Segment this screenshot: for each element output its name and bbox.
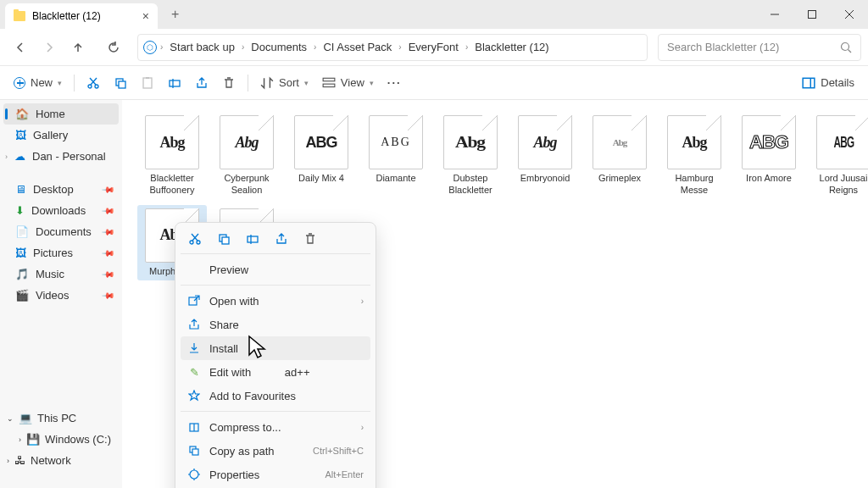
sidebar-item-downloads[interactable]: ⬇Downloads📌: [0, 200, 122, 221]
window-tab[interactable]: Blackletter (12) ×: [5, 3, 158, 29]
svg-rect-18: [803, 78, 815, 87]
details-pane-button[interactable]: Details: [795, 70, 861, 96]
context-open-with[interactable]: Open with›: [181, 289, 370, 313]
share-icon[interactable]: [274, 231, 289, 247]
sidebar-item-pictures[interactable]: 🖼Pictures📌: [0, 242, 122, 263]
blank-icon: [187, 263, 201, 276]
share-button[interactable]: [188, 70, 215, 96]
sidebar-item-network[interactable]: ›🖧Network: [0, 450, 122, 471]
delete-icon[interactable]: [303, 231, 318, 247]
picture-icon: 🖼: [15, 247, 26, 259]
sidebar-item-videos[interactable]: 🎬Videos📌: [0, 285, 122, 306]
chevron-down-icon: ▾: [58, 79, 62, 87]
svg-line-23: [192, 234, 198, 241]
file-item[interactable]: ABGLord Juusai Reigns: [809, 112, 868, 200]
delete-button[interactable]: [215, 70, 242, 96]
breadcrumb-item[interactable]: CI Asset Pack: [320, 39, 395, 55]
sort-button[interactable]: Sort▾: [253, 70, 315, 96]
pin-icon: 📌: [102, 203, 115, 217]
sidebar-item-music[interactable]: 🎵Music📌: [0, 263, 122, 285]
chevron-right-icon: ›: [160, 42, 163, 52]
view-button[interactable]: View▾: [315, 70, 381, 96]
plus-icon: [14, 77, 25, 89]
sidebar-item-desktop[interactable]: 🖥Desktop📌: [0, 179, 122, 200]
svg-point-20: [190, 241, 193, 244]
file-item[interactable]: AbgDubstep Blackletter: [436, 112, 505, 200]
forward-button[interactable]: [36, 34, 63, 61]
svg-point-4: [842, 42, 849, 50]
file-label: Diamante: [376, 173, 415, 185]
shortcut-label: Alt+Enter: [325, 469, 364, 480]
sidebar: 🏠Home 🖼Gallery ›☁Dan - Personal 🖥Desktop…: [0, 100, 122, 488]
paste-button[interactable]: [134, 70, 161, 96]
compress-icon: [187, 420, 201, 434]
breadcrumb-item[interactable]: Documents: [248, 39, 310, 55]
file-icon: Abg: [593, 115, 647, 169]
copy-button[interactable]: [107, 70, 134, 96]
context-copy-path[interactable]: Copy as pathCtrl+Shift+C: [181, 439, 370, 463]
file-item[interactable]: ABGIron Amore: [734, 112, 804, 200]
pin-icon: 📌: [102, 288, 115, 302]
file-item[interactable]: ABGDiamante: [361, 112, 431, 200]
home-icon: 🏠: [15, 108, 29, 120]
context-compress[interactable]: Compress to...›: [181, 415, 370, 439]
file-item[interactable]: AbgCyberpunk Sealion: [212, 112, 281, 200]
new-tab-button[interactable]: +: [164, 3, 186, 25]
svg-line-22: [192, 234, 198, 241]
install-icon: [187, 341, 201, 355]
breadcrumb[interactable]: ⬡ › Start back up › Documents › CI Asset…: [137, 34, 648, 61]
file-icon: Abg: [518, 115, 572, 169]
sidebar-item-gallery[interactable]: 🖼Gallery: [0, 125, 122, 146]
svg-rect-13: [146, 77, 149, 79]
chevron-right-icon: ›: [242, 42, 244, 52]
file-item[interactable]: AbgGrimeplex: [585, 112, 654, 200]
context-properties[interactable]: PropertiesAlt+Enter: [181, 463, 370, 486]
chevron-down-icon: ⌄: [7, 414, 14, 423]
file-label: Dubstep Blackletter: [439, 173, 502, 197]
chevron-right-icon: ›: [361, 423, 364, 432]
chevron-right-icon: ›: [19, 435, 21, 444]
svg-rect-12: [143, 78, 152, 88]
close-button[interactable]: [831, 0, 868, 29]
context-share[interactable]: Share: [181, 313, 370, 336]
notepadpp-icon: ✎: [187, 365, 201, 379]
chevron-right-icon: ›: [314, 42, 316, 52]
more-button[interactable]: ···: [381, 70, 409, 96]
folder-icon: [14, 11, 25, 21]
file-item[interactable]: AbgEmbryonoid: [510, 112, 580, 200]
svg-point-21: [197, 241, 200, 244]
refresh-button[interactable]: [100, 34, 127, 61]
file-item[interactable]: AbgHamburg Messe: [659, 112, 729, 200]
star-icon: [187, 389, 201, 402]
sidebar-item-this-pc[interactable]: ⌄💻This PC: [0, 408, 122, 429]
cut-icon[interactable]: [187, 231, 203, 247]
breadcrumb-item[interactable]: Blackletter (12): [471, 39, 552, 55]
cut-button[interactable]: [80, 70, 107, 96]
copy-icon[interactable]: [216, 231, 231, 247]
svg-point-33: [190, 470, 198, 479]
sidebar-item-drive[interactable]: ›💾Windows (C:): [0, 429, 122, 450]
file-label: Grimeplex: [598, 173, 641, 185]
context-favourites[interactable]: Add to Favourites: [181, 384, 370, 408]
tab-close-icon[interactable]: ×: [142, 9, 149, 23]
context-install[interactable]: Install: [181, 336, 370, 360]
breadcrumb-item[interactable]: EveryFont: [405, 39, 462, 55]
sidebar-item-onedrive[interactable]: ›☁Dan - Personal: [0, 146, 122, 167]
sidebar-item-documents[interactable]: 📄Documents📌: [0, 221, 122, 242]
rename-icon[interactable]: [245, 231, 260, 247]
search-input[interactable]: Search Blackletter (12): [658, 34, 861, 61]
breadcrumb-home-icon[interactable]: ⬡: [143, 41, 157, 54]
new-button[interactable]: New ▾: [7, 70, 69, 96]
context-edit-npp[interactable]: ✎Edit with ad++: [181, 360, 370, 384]
file-item[interactable]: ABGDaily Mix 4: [287, 112, 356, 200]
back-button[interactable]: [7, 34, 34, 61]
rename-button[interactable]: [161, 70, 188, 96]
sidebar-item-home[interactable]: 🏠Home: [3, 103, 119, 125]
breadcrumb-item[interactable]: Start back up: [166, 39, 238, 55]
maximize-button[interactable]: [793, 0, 831, 29]
file-item[interactable]: AbgBlackletter Buffoonery: [137, 112, 207, 200]
context-preview[interactable]: Preview: [181, 258, 370, 281]
minimize-button[interactable]: [756, 0, 793, 29]
up-button[interactable]: [64, 34, 92, 61]
new-label: New: [31, 76, 53, 89]
